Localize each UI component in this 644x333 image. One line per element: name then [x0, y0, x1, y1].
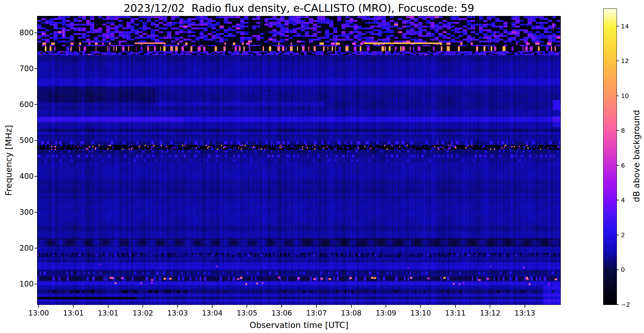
x-tick-label: 13:00 [22, 308, 56, 318]
x-tick-label: 13:03 [161, 308, 195, 318]
x-tick-label: 13:05 [230, 308, 264, 318]
colorbar-gradient [603, 9, 617, 305]
colorbar-label: dB above background [630, 94, 643, 218]
x-tick-label: 13:11 [438, 308, 473, 318]
y-tick-mark [35, 248, 37, 248]
y-tick-mark [35, 284, 37, 284]
y-tick-label: 800 [9, 28, 34, 37]
y-tick-mark [35, 212, 37, 213]
x-tick-mark [108, 305, 108, 308]
y-axis-label: Frequency [MHz] [2, 114, 15, 207]
colorbar-tick-mark [617, 61, 619, 61]
x-tick-mark [177, 305, 178, 308]
x-tick-label: 13:01 [91, 308, 125, 318]
x-tick-mark [142, 305, 143, 308]
colorbar-tick-mark [617, 235, 619, 235]
x-tick-mark [281, 305, 282, 308]
x-tick-mark [455, 305, 456, 308]
x-tick-mark [212, 305, 213, 308]
x-tick-label: 13:07 [299, 308, 334, 318]
colorbar-tick-label: 0 [621, 265, 637, 274]
chart-title: 2023/12/02 Radio flux density, e-CALLIST… [37, 1, 560, 15]
x-tick-mark [73, 305, 74, 308]
colorbar [603, 8, 617, 305]
spectrogram-canvas [37, 16, 560, 305]
x-tick-label: 13:06 [265, 308, 299, 318]
colorbar-tick-label: 12 [621, 56, 637, 65]
x-axis-label: Observation time [UTC] [37, 320, 560, 331]
y-tick-label: 600 [9, 100, 34, 109]
colorbar-tick-mark [617, 95, 619, 96]
colorbar-tick-label: 2 [621, 231, 637, 239]
y-tick-mark [35, 104, 37, 105]
y-tick-label: 300 [9, 208, 34, 217]
x-tick-mark [490, 305, 490, 308]
plot-area [37, 16, 561, 305]
colorbar-tick-mark [617, 304, 619, 305]
x-tick-label: 13:01 [56, 308, 90, 318]
spectrogram-figure: 2023/12/02 Radio flux density, e-CALLIST… [0, 0, 644, 333]
y-tick-mark [35, 176, 37, 177]
x-tick-label: 13:04 [195, 308, 229, 318]
x-tick-mark [351, 305, 352, 308]
colorbar-tick-mark [617, 165, 619, 166]
colorbar-tick-mark [617, 26, 619, 27]
colorbar-tick-mark [617, 200, 619, 200]
y-tick-mark [35, 140, 37, 141]
y-tick-mark [35, 32, 37, 33]
x-tick-label: 13:10 [403, 308, 438, 318]
x-tick-mark [247, 305, 247, 308]
x-tick-label: 13:13 [508, 308, 542, 318]
x-tick-mark [525, 305, 525, 308]
x-tick-mark [316, 305, 317, 308]
colorbar-tick-mark [617, 269, 619, 270]
x-tick-label: 13:12 [473, 308, 507, 318]
colorbar-tick-label: 14 [621, 22, 637, 31]
x-tick-mark [420, 305, 421, 308]
x-tick-mark [386, 305, 386, 308]
y-tick-label: 700 [9, 64, 34, 73]
y-tick-mark [35, 68, 37, 69]
colorbar-tick-mark [617, 130, 619, 131]
x-tick-mark [38, 305, 39, 308]
y-tick-label: 100 [9, 279, 34, 289]
x-tick-label: 13:09 [369, 308, 403, 318]
y-tick-label: 200 [9, 243, 34, 253]
x-tick-label: 13:02 [126, 308, 160, 318]
colorbar-tick-label: −2 [621, 300, 637, 309]
x-tick-label: 13:08 [334, 308, 368, 318]
